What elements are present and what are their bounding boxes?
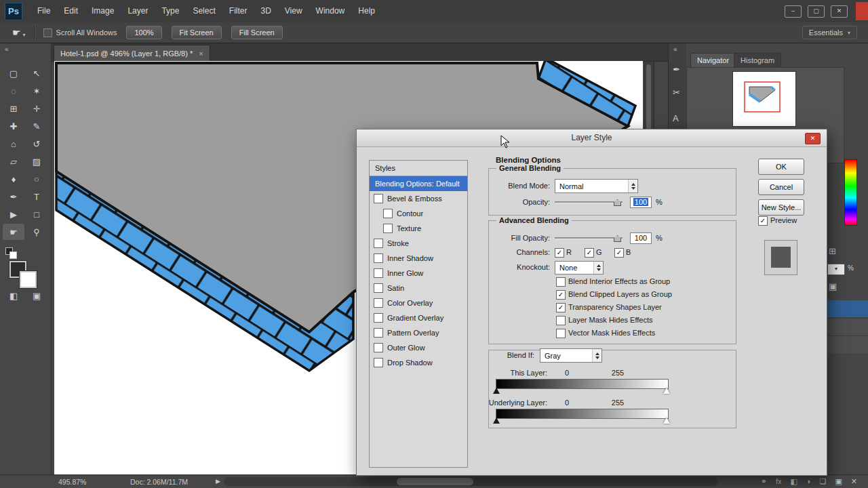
rectangle-tool[interactable]: □	[26, 206, 47, 222]
this-layer-gradient-bar[interactable]	[496, 379, 669, 389]
screen-mode-button[interactable]: ▣	[33, 291, 41, 301]
style-item-stroke[interactable]: Stroke	[370, 236, 467, 251]
close-button[interactable]: ✕	[831, 5, 848, 18]
panels-collapse-icon[interactable]: «	[673, 45, 677, 53]
underlying-shadow-slider[interactable]	[493, 418, 500, 424]
style-item-inner-glow[interactable]: Inner Glow	[370, 266, 467, 281]
menu-select[interactable]: Select	[186, 0, 222, 22]
blur-tool[interactable]: ♦	[3, 171, 24, 187]
style-checkbox[interactable]	[374, 358, 383, 367]
style-item-blending-options[interactable]: Blending Options: Default	[370, 176, 467, 191]
style-checkbox[interactable]	[374, 239, 383, 248]
preview-checkbox[interactable]: ✓	[758, 216, 768, 226]
transparency-shapes-checkbox[interactable]: ✓	[556, 303, 566, 312]
style-item-color-overlay[interactable]: Color Overlay	[370, 296, 467, 310]
layer-row[interactable]	[826, 336, 868, 353]
quick-mask-button[interactable]: ◧	[9, 291, 18, 301]
delete-layer-icon[interactable]: ✕	[851, 477, 857, 486]
tab-navigator[interactable]: Navigator	[690, 53, 736, 68]
slider-thumb[interactable]	[614, 199, 621, 206]
navigator-thumbnail[interactable]	[733, 72, 795, 126]
eraser-tool[interactable]: ▱	[3, 153, 24, 169]
fit-screen-button[interactable]: Fit Screen	[172, 26, 222, 39]
style-checkbox[interactable]	[374, 268, 383, 278]
underlying-highlight-slider[interactable]	[663, 418, 670, 424]
adjustment-layer-icon[interactable]: ◑	[806, 477, 811, 486]
style-checkbox[interactable]	[374, 194, 383, 203]
knockout-select[interactable]: None	[555, 261, 604, 274]
channel-r-checkbox[interactable]: ✓	[555, 248, 564, 258]
fill-screen-button[interactable]: Fill Screen	[231, 26, 283, 39]
layer-mask-hides-checkbox[interactable]	[556, 316, 566, 325]
style-checkbox[interactable]	[374, 298, 383, 308]
horizontal-scrollbar[interactable]	[224, 477, 717, 486]
style-item-satin[interactable]: Satin	[370, 281, 467, 296]
style-item-texture[interactable]: Texture	[370, 221, 467, 236]
zoom-tool[interactable]: ⚲	[26, 224, 47, 240]
blend-clipped-checkbox[interactable]: ✓	[556, 290, 566, 300]
document-tab[interactable]: Hotel-1.psd @ 496% (Layer 1, RGB/8) * ×	[54, 45, 210, 62]
this-layer-shadow-slider[interactable]	[493, 388, 500, 394]
horizontal-scrollbar-thumb[interactable]	[397, 478, 473, 485]
style-checkbox[interactable]	[374, 328, 383, 338]
layers-opacity-dropdown[interactable]: ▾	[827, 264, 845, 275]
opacity-slider[interactable]	[555, 198, 623, 206]
history-brush-tool[interactable]: ↺	[26, 136, 47, 152]
background-color-swatch[interactable]	[20, 271, 37, 288]
move-tool[interactable]: ↖	[26, 65, 47, 81]
layer-row[interactable]	[826, 318, 868, 336]
stepper-icon[interactable]	[628, 180, 637, 192]
style-item-pattern-overlay[interactable]: Pattern Overlay	[370, 325, 467, 340]
style-item-gradient-overlay[interactable]: Gradient Overlay	[370, 310, 467, 325]
style-checkbox[interactable]	[374, 343, 383, 352]
style-checkbox[interactable]	[374, 253, 383, 263]
character-panel-icon[interactable]: A	[673, 113, 679, 123]
slider-thumb[interactable]	[614, 235, 621, 242]
new-style-button[interactable]: New Style...	[758, 199, 804, 216]
style-item-inner-shadow[interactable]: Inner Shadow	[370, 251, 467, 266]
menu-filter[interactable]: Filter	[222, 0, 254, 22]
style-item-drop-shadow[interactable]: Drop Shadow	[370, 355, 467, 370]
style-item-contour[interactable]: Contour	[370, 206, 467, 221]
layer-mask-icon[interactable]: ◧	[790, 477, 797, 486]
tool-preset-caret-icon[interactable]: ▾	[23, 32, 26, 38]
fill-opacity-slider[interactable]	[555, 234, 623, 242]
menu-layer[interactable]: Layer	[121, 0, 155, 22]
layer-group-icon[interactable]: ❏	[820, 477, 827, 486]
underlying-layer-gradient-bar[interactable]	[496, 409, 669, 419]
lasso-tool[interactable]: ◌	[3, 83, 24, 99]
this-layer-highlight-slider[interactable]	[663, 388, 670, 394]
eyedropper-tool[interactable]: ✛	[26, 100, 47, 117]
stepper-icon[interactable]	[592, 349, 601, 362]
scroll-all-windows-checkbox[interactable]	[43, 28, 52, 37]
clone-stamp-tool[interactable]: ⌂	[3, 136, 24, 152]
tools-collapse-icon[interactable]: «	[5, 45, 8, 53]
selected-layer-row[interactable]	[826, 300, 868, 317]
rectangular-marquee-tool[interactable]: ▢	[3, 65, 24, 81]
zoom-100-button[interactable]: 100%	[126, 26, 161, 39]
type-tool[interactable]: T	[26, 188, 47, 205]
hand-tool-icon[interactable]: ☛	[12, 27, 21, 38]
layer-effects-icon[interactable]: fx	[776, 477, 782, 486]
zoom-level[interactable]: 495.87%	[58, 478, 86, 486]
lock-icon[interactable]: ▣	[829, 281, 837, 291]
pen-tool[interactable]: ✒	[3, 188, 24, 205]
style-checkbox[interactable]	[374, 313, 383, 323]
menu-edit[interactable]: Edit	[57, 0, 85, 22]
workspace-switcher[interactable]: Essentials ▾	[802, 26, 857, 39]
stepper-icon[interactable]	[593, 262, 603, 274]
minimize-button[interactable]: –	[785, 5, 802, 18]
menu-image[interactable]: Image	[85, 0, 121, 22]
ok-button[interactable]: OK	[758, 159, 804, 175]
hand-tool[interactable]: ☛	[3, 224, 24, 240]
opacity-field[interactable]: 100	[630, 197, 652, 208]
link-layers-icon[interactable]: ⚭	[761, 477, 767, 486]
fill-opacity-field[interactable]: 100	[630, 232, 652, 244]
status-arrow-icon[interactable]: ▶	[216, 478, 220, 485]
menu-file[interactable]: File	[31, 0, 57, 22]
gradient-tool[interactable]: ▨	[26, 153, 47, 169]
tab-close-icon[interactable]: ×	[199, 49, 203, 58]
dialog-title[interactable]: Layer Style	[357, 129, 827, 147]
menu-window[interactable]: Window	[309, 0, 352, 22]
dodge-tool[interactable]: ○	[26, 171, 47, 187]
